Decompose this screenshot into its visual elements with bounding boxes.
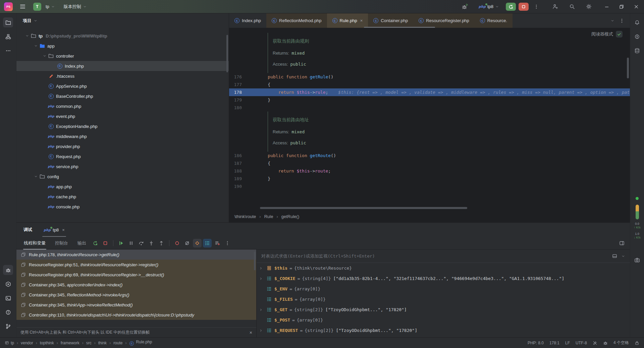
code-line[interactable]: 186 public function getRoute() (229, 152, 630, 159)
debug-indicator-icon[interactable] (603, 341, 608, 345)
php-console-icon[interactable] (193, 239, 202, 248)
variable-row[interactable]: $_FILES={array[0]} (257, 294, 630, 304)
code-line[interactable]: 189 } (229, 175, 630, 183)
status-path-item[interactable]: CRule.php (129, 340, 152, 346)
line-ending[interactable]: LF (565, 341, 570, 345)
more-actions-icon[interactable] (531, 2, 541, 12)
variable-row[interactable]: $_GET={string[2]}["TzoyODoidGhpbmt...", … (257, 304, 630, 315)
code-line[interactable]: 190 (229, 183, 630, 190)
tree-item[interactable]: CBaseController.php (16, 91, 229, 101)
numeric-keys-icon[interactable] (203, 239, 212, 248)
code-line[interactable]: 180 (229, 104, 630, 112)
watches-view-icon[interactable] (612, 254, 617, 259)
breadcrumb-item[interactable]: Rule (264, 214, 273, 219)
status-path-item[interactable]: topthink (40, 341, 54, 345)
tab-index-php[interactable]: CIndex.php (229, 13, 266, 28)
close-icon[interactable]: × (360, 18, 363, 23)
debug-listener-icon[interactable] (460, 2, 470, 12)
screenshot-icon[interactable] (632, 255, 642, 265)
status-path-item[interactable]: src (86, 341, 92, 345)
variable-row[interactable]: $_REQUEST={string[2]}["TzoyODoidGhpbmt..… (257, 325, 630, 336)
chevron-right-icon[interactable] (257, 277, 265, 281)
resume-program-icon[interactable] (117, 239, 125, 248)
code-line[interactable]: 176 public function getRule() (229, 73, 630, 81)
pause-program-icon[interactable] (127, 239, 136, 248)
tree-item[interactable]: phpconsole.php (16, 202, 229, 212)
status-path-item[interactable]: framework (61, 341, 79, 345)
tab-reflectionmethod-php[interactable]: CReflectionMethod.php (266, 13, 327, 28)
tree-item[interactable]: .htaccess (16, 71, 229, 81)
php-version[interactable]: PHP: 8.0 (528, 341, 544, 345)
tree-item[interactable]: CRequest.php (16, 151, 229, 161)
project-folder-icon[interactable] (3, 17, 13, 27)
editor-hscrollbar[interactable] (260, 207, 467, 209)
readonly-icon[interactable] (593, 341, 597, 345)
debug-view-tab-输出[interactable]: 输出 (73, 237, 90, 249)
status-path-item[interactable]: route (113, 341, 122, 345)
tab-resourceregister-php[interactable]: CResourceRegister.php (413, 13, 475, 28)
tab-resource-[interactable]: CResource. (475, 13, 513, 28)
lock-icon[interactable] (635, 341, 639, 345)
tree-item[interactable]: phpevent.php (16, 111, 229, 121)
debug-session-tab[interactable]: php tp8 × (41, 223, 67, 237)
tree-scrollbar[interactable] (226, 35, 228, 72)
close-button[interactable] (631, 2, 642, 12)
tree-item[interactable]: phpservice.php (16, 161, 229, 171)
more-tools-icon[interactable] (3, 46, 13, 56)
chevron-right-icon[interactable] (257, 308, 265, 312)
notifications-icon[interactable] (632, 17, 642, 27)
tree-item[interactable]: controller (16, 51, 229, 61)
breadcrumb-item[interactable]: \think\route (234, 214, 256, 219)
variable-row[interactable]: $_POST={array[0]} (257, 315, 630, 325)
tree-item[interactable]: CIndex.php (16, 61, 229, 71)
step-into-icon[interactable] (147, 239, 156, 248)
tree-item[interactable]: phpcache.php (16, 192, 229, 202)
debug-view-tab-线程和变量[interactable]: 线程和变量 (20, 237, 50, 249)
tree-item[interactable]: CAppService.php (16, 81, 229, 91)
chevron-down-icon[interactable] (33, 43, 39, 49)
chevron-down-icon[interactable] (610, 19, 614, 23)
reader-mode-label[interactable]: 阅读器模式 (591, 31, 613, 37)
step-over-icon[interactable] (137, 239, 146, 248)
stack-frame[interactable]: ResourceRegister.php:69, think\route\Res… (16, 270, 256, 280)
add-user-icon[interactable] (550, 2, 560, 12)
variable-row[interactable]: $_COOKIE={string[4]}["dd1a3b35-82b1-4...… (257, 273, 630, 284)
chevron-down-icon[interactable] (34, 19, 38, 23)
file-encoding[interactable]: UTF-8 (576, 341, 587, 345)
tree-item[interactable]: app (16, 41, 229, 51)
tree-item[interactable]: phpcommon.php (16, 101, 229, 111)
chevron-right-icon[interactable] (257, 329, 265, 333)
debug-view-tab-控制台[interactable]: 控制台 (51, 237, 72, 249)
database-icon[interactable] (632, 46, 642, 56)
evaluate-input[interactable]: 对表达式求值(Enter)或添加监视(Ctrl+Shift+Enter) (257, 250, 630, 263)
editor[interactable]: 获取当前路由规则Returns:mixedAccess:public176 pu… (229, 28, 630, 210)
tree-item[interactable]: tpD:\phpstudy_pro\WWW\tp8\tp (16, 31, 229, 41)
editor-vscrollbar[interactable] (627, 58, 629, 78)
tree-item[interactable]: phpmiddleware.php (16, 131, 229, 141)
tree-item[interactable]: phpprovider.php (16, 141, 229, 151)
settings-icon[interactable] (584, 2, 594, 12)
code-line[interactable]: 187 { (229, 159, 630, 167)
status-path-item[interactable]: vendor (21, 341, 33, 345)
inspections-ok-icon[interactable] (616, 31, 623, 38)
code-line[interactable]: 179 } (229, 96, 630, 104)
more-options-icon[interactable] (223, 239, 232, 248)
stop-button[interactable] (519, 3, 529, 11)
chevron-down-icon[interactable] (33, 174, 39, 179)
project-widget[interactable]: tp (44, 3, 56, 10)
minimize-button[interactable] (601, 2, 612, 12)
status-path-item[interactable]: think (98, 341, 107, 345)
code-line[interactable]: 177 { (229, 81, 630, 88)
variable-row[interactable]: $_ENV={array[0]} (257, 284, 630, 294)
close-icon[interactable]: × (250, 330, 252, 335)
more-tabs-icon[interactable] (619, 18, 625, 23)
stack-frame[interactable]: Rule.php:178, think\route\Resource->getR… (16, 250, 256, 260)
close-icon[interactable]: × (62, 227, 65, 232)
chevron-down-icon[interactable] (42, 53, 47, 59)
frames-scrollbar[interactable] (254, 252, 256, 270)
stack-frame[interactable]: Controller.php:110, think\route\dispatch… (16, 310, 256, 320)
tab-rule-php[interactable]: CRule.php× (327, 13, 368, 28)
chevron-down-icon[interactable] (24, 33, 30, 39)
terminal-icon[interactable] (3, 293, 13, 303)
version-control-icon[interactable] (3, 321, 13, 331)
